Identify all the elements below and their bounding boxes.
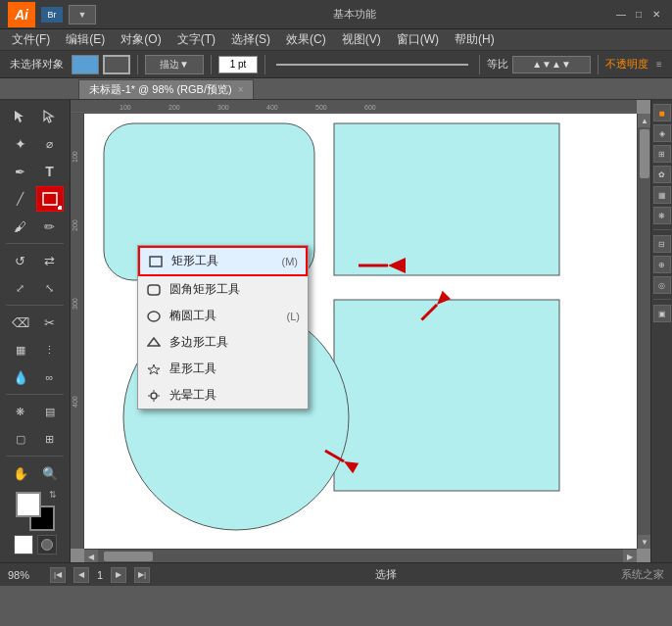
paintbrush-tool[interactable]: 🖌 (7, 214, 34, 239)
ctx-polygon-tool[interactable]: 多边形工具 (138, 329, 308, 356)
fill-color-box[interactable] (72, 55, 99, 74)
menu-edit[interactable]: 编辑(E) (58, 29, 113, 50)
tool-row-4: ╱ (2, 186, 68, 212)
scroll-down-button[interactable]: ▼ (638, 535, 650, 549)
ctx-star-tool[interactable]: 星形工具 (138, 356, 308, 382)
scale-tool[interactable]: ⤢ (7, 275, 34, 301)
nav-prev-button[interactable]: ◀ (73, 567, 89, 583)
menu-type[interactable]: 文字(T) (169, 29, 223, 50)
maximize-button[interactable]: □ (631, 7, 647, 23)
svg-text:600: 600 (364, 104, 376, 111)
polygon-icon (146, 335, 162, 351)
tab-close-button[interactable]: × (238, 84, 244, 95)
color-panel-button[interactable]: ■ (653, 104, 671, 121)
toolbar-dropdown[interactable]: ▼ (69, 5, 96, 24)
scroll-up-button[interactable]: ▲ (638, 114, 650, 127)
reflect-tool[interactable]: ⇄ (36, 248, 64, 273)
options-bar: 未选择对象 描边 ▼ 1 pt 等比 ▲▼▲▼ 不透明度 ≡ (0, 51, 672, 78)
ctx-ellipse-shortcut: (L) (287, 311, 300, 322)
svg-rect-13 (334, 123, 559, 275)
scroll-left-button[interactable]: ◀ (84, 550, 98, 562)
hscroll-thumb[interactable] (104, 552, 153, 561)
ctx-ellipse-tool[interactable]: 椭圆工具 (L) (138, 303, 308, 329)
stroke-width-input[interactable]: 1 pt (218, 56, 258, 73)
tool-row-6: ↺ ⇄ (2, 248, 68, 273)
shape-tool[interactable] (36, 186, 64, 212)
blend-tool[interactable]: ∞ (36, 364, 64, 390)
direct-select-tool[interactable] (36, 104, 64, 129)
symbols-panel-button[interactable]: ❋ (653, 207, 671, 224)
round-rect-icon (146, 282, 162, 298)
line-tool[interactable]: ╱ (7, 186, 34, 212)
graphic-styles-button[interactable]: ▣ (653, 305, 671, 322)
zoom-tool[interactable]: 🔍 (36, 460, 64, 486)
nav-next-button[interactable]: ▶ (111, 567, 126, 583)
pencil-tool[interactable]: ✏ (36, 214, 64, 239)
pathfinder-panel-button[interactable]: ◎ (653, 276, 671, 294)
nav-last-button[interactable]: ▶| (134, 567, 150, 583)
lasso-tool[interactable]: ⌀ (36, 131, 64, 157)
quick-mask-button[interactable] (37, 535, 57, 554)
nav-first-button[interactable]: |◀ (50, 567, 66, 583)
scissors-tool[interactable]: ✂ (36, 310, 64, 335)
ctx-round-rect-label: 圆角矩形工具 (169, 281, 240, 298)
brushes-panel-button[interactable]: ✿ (653, 166, 671, 183)
options-menu-icon[interactable]: ≡ (652, 58, 666, 72)
menu-help[interactable]: 帮助(H) (447, 29, 503, 50)
ctx-rect-shortcut: (M) (282, 256, 299, 267)
ai-logo: Ai (8, 2, 35, 27)
canvas-wrapper: 100 200 300 400 500 600 100 200 300 400 (71, 100, 650, 562)
scroll-right-button[interactable]: ▶ (623, 550, 637, 562)
scroll-thumb[interactable] (640, 129, 649, 178)
normal-mode-button[interactable] (14, 535, 33, 554)
menu-file[interactable]: 文件(F) (4, 29, 58, 50)
svg-text:200: 200 (168, 104, 180, 111)
foreground-color[interactable] (16, 492, 41, 517)
menu-object[interactable]: 对象(O) (113, 29, 168, 50)
svg-point-27 (151, 393, 157, 399)
pen-tool[interactable]: ✒ (7, 159, 34, 184)
color-section: ⇅ (2, 488, 68, 558)
close-button[interactable]: ✕ (648, 7, 664, 23)
layers-panel-button[interactable]: ⊞ (653, 145, 671, 163)
ctx-rect-tool[interactable]: 矩形工具 (M) (138, 246, 308, 276)
eraser-tool[interactable]: ⌫ (7, 310, 34, 335)
ratio-input[interactable]: ▲▼▲▼ (512, 56, 591, 73)
ctx-round-rect-tool[interactable]: 圆角矩形工具 (138, 276, 308, 303)
graph-tool[interactable]: ▤ (36, 399, 64, 424)
align-panel-button[interactable]: ⊟ (653, 235, 671, 253)
vertical-scrollbar[interactable]: ▲ ▼ (637, 114, 650, 549)
menu-view[interactable]: 视图(V) (334, 29, 389, 50)
appearance-panel-button[interactable]: ◈ (653, 124, 671, 142)
svg-text:100: 100 (72, 151, 78, 163)
eyedropper-tool[interactable]: 💧 (7, 364, 34, 390)
minimize-button[interactable]: — (613, 7, 629, 23)
tool-separator-4 (6, 456, 64, 457)
transform-panel-button[interactable]: ⊕ (653, 256, 671, 273)
type-tool[interactable]: T (36, 159, 64, 184)
slice-tool[interactable]: ⊞ (36, 426, 64, 452)
artboard-tool[interactable]: ▢ (7, 426, 34, 452)
rotate-tool[interactable]: ↺ (7, 248, 34, 273)
magic-wand-tool[interactable]: ✦ (7, 131, 34, 157)
swap-colors-button[interactable]: ⇅ (49, 490, 57, 500)
active-tab[interactable]: 未标题-1* @ 98% (RGB/预览) × (78, 79, 254, 99)
swatches-panel-button[interactable]: ▦ (653, 186, 671, 204)
symbol-tool[interactable]: ❋ (7, 399, 34, 424)
gradient-tool[interactable]: ▦ (7, 337, 34, 362)
menu-select[interactable]: 选择(S) (223, 29, 278, 50)
hand-tool[interactable]: ✋ (7, 460, 34, 486)
ctx-flare-tool[interactable]: 光晕工具 (138, 382, 308, 409)
rect-icon (148, 254, 164, 269)
mesh-tool[interactable]: ⋮ (36, 337, 64, 362)
menu-window[interactable]: 窗口(W) (389, 29, 447, 50)
select-tool[interactable] (7, 104, 34, 129)
ratio-label: 等比 (487, 57, 508, 72)
separator-5 (598, 55, 599, 74)
reshape-tool[interactable]: ⤡ (36, 275, 64, 301)
mode-dropdown[interactable]: 描边 ▼ (145, 55, 204, 74)
stroke-color-box[interactable] (103, 55, 130, 74)
menu-effect[interactable]: 效果(C) (278, 29, 334, 50)
tool-row-8: ⌫ ✂ (2, 310, 68, 335)
horizontal-scrollbar[interactable]: ◀ ▶ (84, 549, 637, 562)
